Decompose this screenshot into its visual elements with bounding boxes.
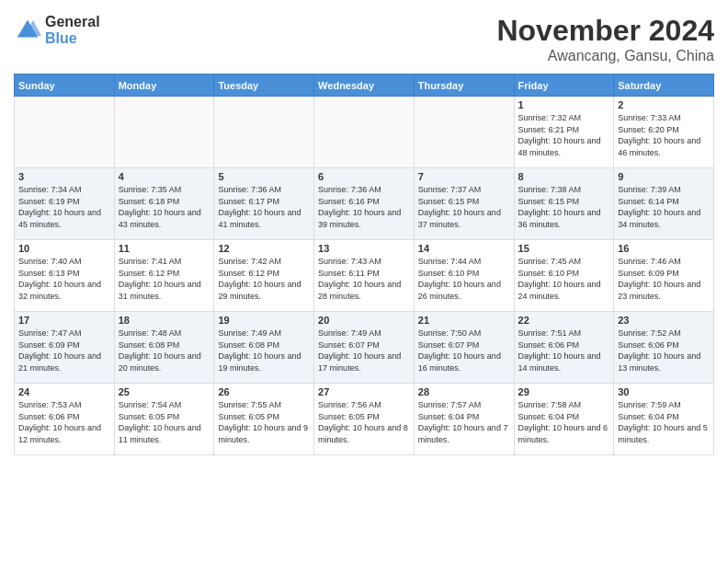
day-info-3: Sunrise: 7:34 AM Sunset: 6:19 PM Dayligh… xyxy=(18,184,110,230)
header-saturday: Saturday xyxy=(614,75,714,97)
day-16: 16 Sunrise: 7:46 AM Sunset: 6:09 PM Dayl… xyxy=(614,240,714,312)
day-info-11: Sunrise: 7:41 AM Sunset: 6:12 PM Dayligh… xyxy=(119,256,210,302)
day-info-12: Sunrise: 7:42 AM Sunset: 6:12 PM Dayligh… xyxy=(218,256,310,302)
day-info-24: Sunrise: 7:53 AM Sunset: 6:06 PM Dayligh… xyxy=(18,399,110,445)
header-sunday: Sunday xyxy=(15,75,115,97)
day-info-16: Sunrise: 7:46 AM Sunset: 6:09 PM Dayligh… xyxy=(618,256,710,302)
day-27: 27 Sunrise: 7:56 AM Sunset: 6:05 PM Dayl… xyxy=(314,384,415,455)
day-info-19: Sunrise: 7:49 AM Sunset: 6:08 PM Dayligh… xyxy=(218,327,310,373)
day-19: 19 Sunrise: 7:49 AM Sunset: 6:08 PM Dayl… xyxy=(214,312,314,384)
day-num-3: 3 xyxy=(18,171,110,182)
day-info-17: Sunrise: 7:47 AM Sunset: 6:09 PM Dayligh… xyxy=(18,327,110,373)
day-num-20: 20 xyxy=(318,315,410,326)
day-1: 1 Sunrise: 7:32 AMSunset: 6:21 PMDayligh… xyxy=(514,97,614,168)
day-info-8: Sunrise: 7:38 AM Sunset: 6:15 PM Dayligh… xyxy=(518,184,610,230)
day-info-7: Sunrise: 7:37 AM Sunset: 6:15 PM Dayligh… xyxy=(418,184,510,230)
day-num-7: 7 xyxy=(418,171,510,182)
day-3: 3 Sunrise: 7:34 AM Sunset: 6:19 PM Dayli… xyxy=(15,168,115,240)
day-num-18: 18 xyxy=(119,315,210,326)
day-info-27: Sunrise: 7:56 AM Sunset: 6:05 PM Dayligh… xyxy=(318,399,410,445)
day-24: 24 Sunrise: 7:53 AM Sunset: 6:06 PM Dayl… xyxy=(15,384,115,455)
day-info-20: Sunrise: 7:49 AM Sunset: 6:07 PM Dayligh… xyxy=(318,327,410,373)
empty-cell xyxy=(214,97,314,168)
day-info-22: Sunrise: 7:51 AM Sunset: 6:06 PM Dayligh… xyxy=(518,327,610,373)
day-num-25: 25 xyxy=(119,386,210,397)
day-info-2: Sunrise: 7:33 AM Sunset: 6:20 PM Dayligh… xyxy=(618,112,710,158)
day-20: 20 Sunrise: 7:49 AM Sunset: 6:07 PM Dayl… xyxy=(314,312,415,384)
day-info-28: Sunrise: 7:57 AM Sunset: 6:04 PM Dayligh… xyxy=(418,399,510,445)
logo-icon xyxy=(14,17,41,44)
day-info-4: Sunrise: 7:35 AM Sunset: 6:18 PM Dayligh… xyxy=(119,184,210,230)
day-num-19: 19 xyxy=(218,315,310,326)
day-num-17: 17 xyxy=(18,315,110,326)
day-info-23: Sunrise: 7:52 AM Sunset: 6:06 PM Dayligh… xyxy=(618,327,710,373)
day-23: 23 Sunrise: 7:52 AM Sunset: 6:06 PM Dayl… xyxy=(614,312,714,384)
weekday-header-row: Sunday Monday Tuesday Wednesday Thursday… xyxy=(15,75,714,97)
day-9: 9 Sunrise: 7:39 AM Sunset: 6:14 PM Dayli… xyxy=(614,168,714,240)
day-num-27: 27 xyxy=(318,386,410,397)
day-num-1: 1 xyxy=(518,99,610,110)
week-row-1: 1 Sunrise: 7:32 AMSunset: 6:21 PMDayligh… xyxy=(15,97,714,168)
day-num-12: 12 xyxy=(218,243,310,254)
day-14: 14 Sunrise: 7:44 AM Sunset: 6:10 PM Dayl… xyxy=(414,240,514,312)
day-13: 13 Sunrise: 7:43 AM Sunset: 6:11 PM Dayl… xyxy=(314,240,415,312)
day-num-4: 4 xyxy=(119,171,210,182)
day-info-13: Sunrise: 7:43 AM Sunset: 6:11 PM Dayligh… xyxy=(318,256,410,302)
day-num-21: 21 xyxy=(418,315,510,326)
day-num-14: 14 xyxy=(418,243,510,254)
day-10: 10 Sunrise: 7:40 AM Sunset: 6:13 PM Dayl… xyxy=(15,240,115,312)
day-num-29: 29 xyxy=(518,386,610,397)
day-info-6: Sunrise: 7:36 AM Sunset: 6:16 PM Dayligh… xyxy=(318,184,410,230)
day-info-25: Sunrise: 7:54 AM Sunset: 6:05 PM Dayligh… xyxy=(119,399,210,445)
day-4: 4 Sunrise: 7:35 AM Sunset: 6:18 PM Dayli… xyxy=(114,168,214,240)
logo-text: General Blue xyxy=(45,14,100,47)
day-num-10: 10 xyxy=(18,243,110,254)
day-info-9: Sunrise: 7:39 AM Sunset: 6:14 PM Dayligh… xyxy=(618,184,710,230)
day-2: 2 Sunrise: 7:33 AM Sunset: 6:20 PM Dayli… xyxy=(614,97,714,168)
day-info-21: Sunrise: 7:50 AM Sunset: 6:07 PM Dayligh… xyxy=(418,327,510,373)
title-section: November 2024 Awancang, Gansu, China xyxy=(496,14,714,64)
day-info-10: Sunrise: 7:40 AM Sunset: 6:13 PM Dayligh… xyxy=(18,256,110,302)
week-row-4: 17 Sunrise: 7:47 AM Sunset: 6:09 PM Dayl… xyxy=(15,312,714,384)
day-num-28: 28 xyxy=(418,386,510,397)
day-22: 22 Sunrise: 7:51 AM Sunset: 6:06 PM Dayl… xyxy=(514,312,614,384)
day-info-26: Sunrise: 7:55 AM Sunset: 6:05 PM Dayligh… xyxy=(218,399,310,445)
day-info-18: Sunrise: 7:48 AM Sunset: 6:08 PM Dayligh… xyxy=(119,327,210,373)
day-num-26: 26 xyxy=(218,386,310,397)
logo: General Blue xyxy=(14,14,100,47)
day-num-11: 11 xyxy=(119,243,210,254)
header-tuesday: Tuesday xyxy=(214,75,314,97)
day-21: 21 Sunrise: 7:50 AM Sunset: 6:07 PM Dayl… xyxy=(414,312,514,384)
day-num-8: 8 xyxy=(518,171,610,182)
day-num-24: 24 xyxy=(18,386,110,397)
day-num-13: 13 xyxy=(318,243,410,254)
day-num-2: 2 xyxy=(618,99,710,110)
day-info-29: Sunrise: 7:58 AM Sunset: 6:04 PM Dayligh… xyxy=(518,399,610,445)
day-17: 17 Sunrise: 7:47 AM Sunset: 6:09 PM Dayl… xyxy=(15,312,115,384)
logo-general-text: General xyxy=(45,14,100,30)
day-num-15: 15 xyxy=(518,243,610,254)
week-row-3: 10 Sunrise: 7:40 AM Sunset: 6:13 PM Dayl… xyxy=(15,240,714,312)
header-friday: Friday xyxy=(514,75,614,97)
day-28: 28 Sunrise: 7:57 AM Sunset: 6:04 PM Dayl… xyxy=(414,384,514,455)
day-info-14: Sunrise: 7:44 AM Sunset: 6:10 PM Dayligh… xyxy=(418,256,510,302)
day-8: 8 Sunrise: 7:38 AM Sunset: 6:15 PM Dayli… xyxy=(514,168,614,240)
day-info-30: Sunrise: 7:59 AM Sunset: 6:04 PM Dayligh… xyxy=(618,399,710,445)
month-title: November 2024 xyxy=(496,14,714,48)
day-info-15: Sunrise: 7:45 AM Sunset: 6:10 PM Dayligh… xyxy=(518,256,610,302)
day-29: 29 Sunrise: 7:58 AM Sunset: 6:04 PM Dayl… xyxy=(514,384,614,455)
day-num-5: 5 xyxy=(218,171,310,182)
week-row-2: 3 Sunrise: 7:34 AM Sunset: 6:19 PM Dayli… xyxy=(15,168,714,240)
day-info-5: Sunrise: 7:36 AM Sunset: 6:17 PM Dayligh… xyxy=(218,184,310,230)
day-18: 18 Sunrise: 7:48 AM Sunset: 6:08 PM Dayl… xyxy=(114,312,214,384)
day-12: 12 Sunrise: 7:42 AM Sunset: 6:12 PM Dayl… xyxy=(214,240,314,312)
day-5: 5 Sunrise: 7:36 AM Sunset: 6:17 PM Dayli… xyxy=(214,168,314,240)
day-11: 11 Sunrise: 7:41 AM Sunset: 6:12 PM Dayl… xyxy=(114,240,214,312)
day-26: 26 Sunrise: 7:55 AM Sunset: 6:05 PM Dayl… xyxy=(214,384,314,455)
logo-blue-text: Blue xyxy=(45,30,100,47)
empty-cell xyxy=(314,97,415,168)
day-num-22: 22 xyxy=(518,315,610,326)
calendar: Sunday Monday Tuesday Wednesday Thursday… xyxy=(14,74,714,455)
header: General Blue November 2024 Awancang, Gan… xyxy=(14,14,714,64)
header-wednesday: Wednesday xyxy=(314,75,415,97)
